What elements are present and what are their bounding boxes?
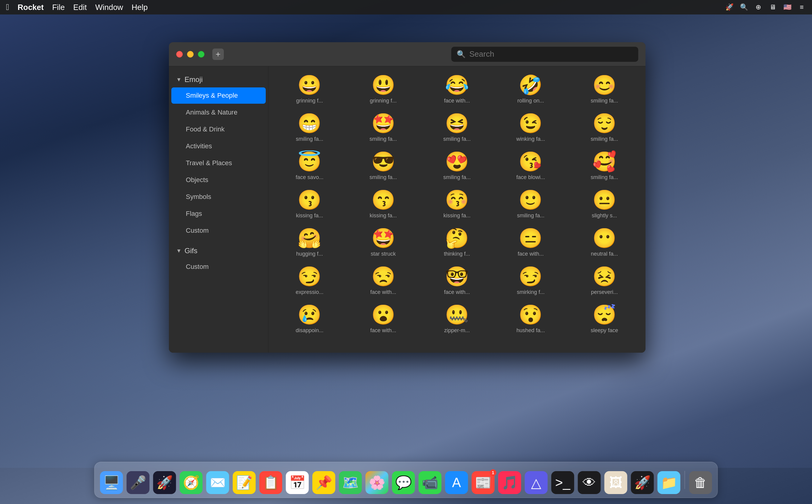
emoji-cell[interactable]: 😏expressio... [273,263,346,300]
emoji-label: face with... [364,289,403,295]
dock-item-rocket-app[interactable]: 🚀 [153,471,177,495]
dock-item-music[interactable]: 🎵 [498,471,522,495]
dock-item-mail[interactable]: ✉️ [206,471,230,495]
menu-edit[interactable]: Edit [73,3,87,12]
sidebar-item-smileys[interactable]: Smileys & People [171,87,266,104]
crosshair-icon[interactable]: ⊕ [754,3,763,11]
dock-item-files[interactable]: 📁 [657,471,681,495]
dock-item-messages[interactable]: 💬 [391,471,416,495]
emoji-cell[interactable]: 😃grinning f... [347,71,419,108]
emoji-cell[interactable]: 😊smiling fa... [568,71,641,108]
dock-item-trash[interactable]: 🗑 [689,471,713,495]
emoji-cell[interactable]: 😉winking fa... [495,109,567,146]
emoji-cell[interactable]: 😆smiling fa... [421,109,493,146]
menu-file[interactable]: File [52,3,65,12]
emoji-cell[interactable]: 😯hushed fa... [495,301,567,338]
menu-window[interactable]: Window [95,3,123,12]
emoji-label: face with... [364,327,403,334]
minimize-button[interactable] [187,51,194,58]
emoji-label: neutral fa... [585,251,624,257]
emoji-cell[interactable]: 😎smiling fa... [347,148,419,185]
dock-item-sticky[interactable]: 📌 [312,471,336,495]
rocket-icon[interactable]: 🚀 [725,3,734,11]
emoji-cell[interactable]: 😣perseveri... [568,263,641,300]
emoji-char: 😶 [593,228,617,248]
search-input[interactable] [469,49,633,59]
emoji-cell[interactable]: 🤩smiling fa... [347,109,419,146]
close-button[interactable] [176,51,183,58]
dock-item-terminal[interactable]: >_ [551,471,575,495]
dock-item-rocket2[interactable]: 🚀 [630,471,655,495]
emoji-label: expressio... [290,289,329,295]
dock-item-facetime[interactable]: 📹 [418,471,442,495]
sidebar-item-symbols[interactable]: Symbols [171,189,266,205]
dock-item-news[interactable]: 📰1 [471,471,495,495]
emoji-cell[interactable]: 😮face with... [347,301,419,338]
lines-icon[interactable]: ≡ [798,3,806,11]
flag-icon[interactable]: 🇺🇸 [783,3,791,11]
dock-item-finder[interactable]: 🖥️ [99,471,124,495]
maximize-button[interactable] [198,51,204,58]
emoji-cell[interactable]: 😏smirking f... [495,263,567,300]
emoji-section-header[interactable]: ▼ Emoji [169,72,268,87]
dock-separator [685,471,685,489]
display-icon[interactable]: 🖥 [769,3,777,11]
dock-item-eyetv[interactable]: 👁 [577,471,602,495]
emoji-cell[interactable]: 😇face savo... [273,148,346,185]
emoji-cell[interactable]: 😐slightly s... [568,186,641,223]
dock-item-appstore[interactable]: A [445,471,469,495]
emoji-cell[interactable]: 🤐zipper-m... [421,301,493,338]
emoji-cell[interactable]: 🙂smiling fa... [495,186,567,223]
emoji-grid-container[interactable]: 😀grinning f...😃grinning f...😂face with..… [268,66,646,353]
emoji-cell[interactable]: 🤔thinking f... [421,224,493,261]
sidebar-item-animals[interactable]: Animals & Nature [171,104,266,121]
emoji-cell[interactable]: 🤗hugging f... [273,224,346,261]
dock-item-siri[interactable]: 🎤 [126,471,150,495]
window-content: ▼ Emoji Smileys & People Animals & Natur… [169,66,646,353]
dock-item-safari[interactable]: 🧭 [179,471,203,495]
sidebar-item-activities[interactable]: Activities [171,138,266,154]
emoji-cell[interactable]: 😚kissing fa... [421,186,493,223]
emoji-cell[interactable]: 🥰smiling fa... [568,148,641,185]
emoji-cell[interactable]: 😀grinning f... [273,71,346,108]
emoji-grid: 😀grinning f...😃grinning f...😂face with..… [273,71,641,338]
emoji-cell[interactable]: 😙kissing fa... [347,186,419,223]
sidebar-item-travel[interactable]: Travel & Places [171,155,266,171]
gifs-section-header[interactable]: ▼ Gifs [169,244,268,258]
add-tab-button[interactable]: + [212,49,224,60]
emoji-char: 😯 [519,305,543,324]
dock-item-reminders[interactable]: 📋 [259,471,283,495]
emoji-cell[interactable]: 😒face with... [347,263,419,300]
emoji-cell[interactable]: 🤩star struck [347,224,419,261]
sidebar-item-custom-gifs[interactable]: Custom [171,259,266,275]
emoji-cell[interactable]: 😑face with... [495,224,567,261]
dock-badge: 1 [490,469,497,476]
emoji-cell[interactable]: 😢disappoin... [273,301,346,338]
sidebar-item-custom-emoji[interactable]: Custom [171,222,266,239]
emoji-cell[interactable]: 😗kissing fa... [273,186,346,223]
dock-item-preview[interactable]: 🖼 [604,471,628,495]
emoji-char: 😇 [297,152,321,171]
emoji-cell[interactable]: 😘face blowi... [495,148,567,185]
sidebar-item-flags[interactable]: Flags [171,206,266,222]
apple-menu[interactable]:  [6,2,9,12]
dock-item-photos[interactable]: 🌸 [365,471,389,495]
sidebar-item-objects[interactable]: Objects [171,172,266,188]
menu-help[interactable]: Help [131,3,147,12]
dock-item-maps[interactable]: 🗺️ [338,471,362,495]
emoji-cell[interactable]: 🤓face with... [421,263,493,300]
dock-item-altair[interactable]: △ [524,471,548,495]
search-bar[interactable]: 🔍 [451,47,638,62]
sidebar-item-food[interactable]: Food & Drink [171,121,266,137]
search-menubar-icon[interactable]: 🔍 [740,3,748,11]
emoji-cell[interactable]: 😂face with... [421,71,493,108]
emoji-cell[interactable]: 😌smiling fa... [568,109,641,146]
emoji-cell[interactable]: 😍smiling fa... [421,148,493,185]
sidebar: ▼ Emoji Smileys & People Animals & Natur… [169,66,268,353]
emoji-cell[interactable]: 🤣rolling on... [495,71,567,108]
dock-item-notes[interactable]: 📝 [232,471,256,495]
emoji-cell[interactable]: 😴sleepy face [568,301,641,338]
emoji-cell[interactable]: 😶neutral fa... [568,224,641,261]
dock-item-calendar[interactable]: 📅 [285,471,309,495]
emoji-cell[interactable]: 😁smiling fa... [273,109,346,146]
